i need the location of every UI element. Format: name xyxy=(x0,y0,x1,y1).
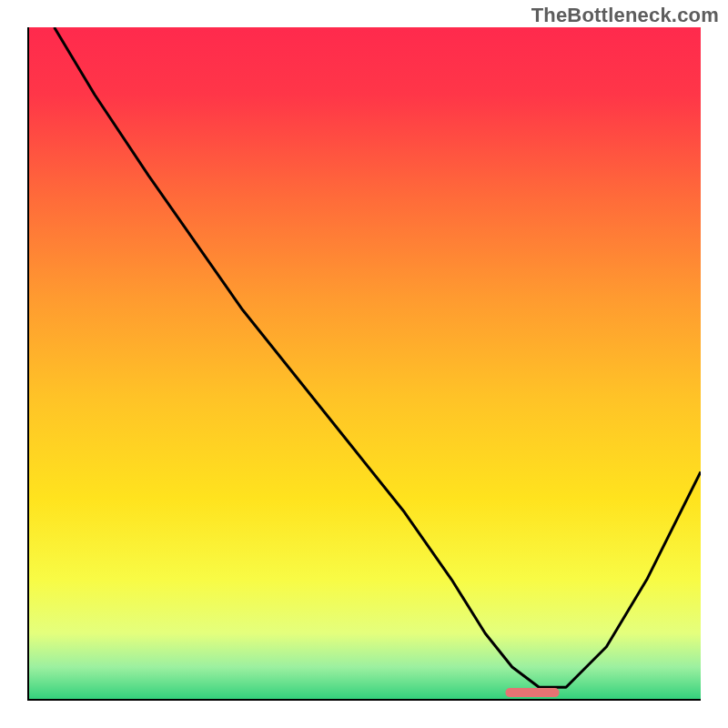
plot-area xyxy=(27,27,701,701)
watermark-text: TheBottleneck.com xyxy=(531,4,719,27)
chart-svg xyxy=(27,27,701,701)
gradient-background xyxy=(27,27,701,701)
optimal-marker xyxy=(505,688,559,697)
optimal-range-bar xyxy=(505,688,559,697)
bottleneck-chart: TheBottleneck.com xyxy=(0,0,728,728)
